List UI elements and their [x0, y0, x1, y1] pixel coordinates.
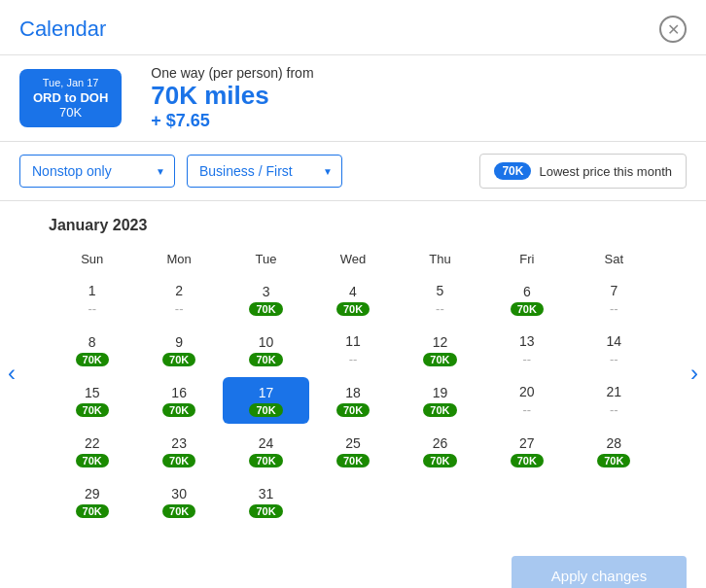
calendar-cell[interactable]: 3170K: [223, 478, 309, 525]
cell-date-number: 22: [85, 435, 100, 451]
calendar-cell[interactable]: 2--: [135, 276, 222, 323]
cell-date-number: 13: [519, 333, 535, 349]
calendar-cell[interactable]: 1870K: [309, 377, 396, 424]
calendar-body: 1--2--370K470K5--670K7--870K970K1070K11-…: [49, 276, 657, 525]
calendar-cell[interactable]: 2370K: [135, 428, 222, 474]
cell-price-badge: 70K: [511, 454, 544, 467]
cell-price-badge: 70K: [511, 302, 544, 316]
calendar-cell[interactable]: 20--: [483, 377, 570, 424]
cell-date-number: 8: [88, 334, 96, 350]
cell-date-number: 6: [523, 284, 531, 299]
close-icon: ✕: [667, 20, 680, 39]
calendar-cell[interactable]: 5--: [397, 276, 483, 323]
cell-date-number: 28: [606, 435, 621, 451]
cell-date-number: 9: [175, 334, 183, 350]
nonstop-select-wrapper: Nonstop only: [19, 155, 175, 188]
calendar-cell[interactable]: 2270K: [49, 428, 135, 474]
cell-dash: --: [349, 352, 358, 366]
cell-dash: --: [610, 352, 618, 366]
cell-price-badge: 70K: [76, 504, 109, 518]
cell-date-number: 21: [606, 384, 621, 399]
calendar-cell: [309, 478, 396, 525]
cell-date-number: 3: [263, 284, 270, 299]
cell-dash: --: [523, 352, 532, 366]
nonstop-select[interactable]: Nonstop only: [19, 155, 175, 188]
apply-bar: Apply changes: [0, 544, 706, 588]
calendar-cell[interactable]: 870K: [49, 327, 135, 373]
next-month-button[interactable]: ›: [683, 352, 706, 395]
calendar-cell[interactable]: 2570K: [309, 428, 396, 474]
page-title: Calendar: [19, 17, 106, 42]
cell-dash: --: [175, 301, 184, 316]
cell-price-badge: 70K: [162, 403, 195, 417]
calendar-cell[interactable]: 370K: [223, 276, 309, 323]
cell-price-badge: 70K: [423, 353, 456, 366]
calendar-week-1: 1--2--370K470K5--670K7--: [49, 276, 657, 323]
cell-date-number: 20: [519, 384, 535, 399]
calendar-cell[interactable]: 1070K: [223, 327, 309, 373]
calendar-week-2: 870K970K1070K11--1270K13--14--: [49, 327, 657, 373]
price-subtitle: One way (per person) from: [151, 65, 313, 81]
price-info: One way (per person) from 70K miles + $7…: [151, 65, 313, 131]
cabin-select[interactable]: Business / First: [187, 155, 342, 188]
calendar-week-3: 1570K1670K1770K1870K1970K20--21--: [49, 377, 657, 424]
cell-price-badge: 70K: [162, 454, 195, 467]
calendar-cell[interactable]: 2770K: [483, 428, 570, 474]
calendar-cell[interactable]: 1270K: [397, 327, 483, 373]
calendar-cell[interactable]: 13--: [483, 327, 570, 373]
calendar-cell[interactable]: 1970K: [397, 377, 483, 424]
cell-price-badge: 70K: [249, 353, 282, 366]
close-button[interactable]: ✕: [659, 16, 687, 43]
cell-date-number: 5: [437, 283, 444, 298]
calendar-cell: [397, 478, 483, 525]
calendar-cell: [571, 478, 657, 525]
cell-date-number: 1: [88, 283, 96, 298]
cell-price-badge: 70K: [423, 454, 456, 467]
day-header-sun: Sun: [49, 248, 135, 270]
cell-dash: --: [436, 301, 444, 316]
calendar-cell[interactable]: 2470K: [223, 428, 309, 474]
calendar-cell[interactable]: 1770K: [223, 377, 309, 424]
cell-price-badge: 70K: [249, 403, 282, 417]
cell-date-number: 2: [175, 283, 183, 298]
cabin-select-wrapper: Business / First: [187, 155, 342, 188]
day-header-wed: Wed: [309, 248, 396, 270]
calendar-cell[interactable]: 1670K: [135, 377, 222, 424]
cell-dash: --: [610, 301, 618, 316]
day-header-tue: Tue: [223, 248, 309, 270]
calendar-cell[interactable]: 11--: [309, 327, 396, 373]
calendar-cell[interactable]: 1570K: [49, 377, 135, 424]
calendar-cell[interactable]: 1--: [49, 276, 135, 323]
calendar-cell[interactable]: 7--: [571, 276, 657, 323]
header: Calendar ✕: [0, 0, 706, 55]
prev-month-button[interactable]: ‹: [0, 352, 23, 395]
cell-price-badge: 70K: [336, 454, 370, 467]
calendar-cell[interactable]: 21--: [571, 377, 657, 424]
cell-date-number: 16: [171, 385, 187, 400]
month-title: January 2023: [49, 217, 657, 234]
cell-date-number: 27: [519, 435, 535, 451]
filter-bar: Nonstop only Business / First 70K Lowest…: [0, 142, 706, 201]
selected-route: ORD to DOH: [33, 90, 108, 105]
cell-price-badge: 70K: [162, 353, 195, 366]
cell-date-number: 29: [85, 486, 100, 502]
cell-date-number: 19: [433, 385, 448, 400]
day-header-fri: Fri: [483, 248, 570, 270]
calendar-cell[interactable]: 970K: [135, 327, 222, 373]
cell-price-badge: 70K: [249, 302, 282, 316]
cell-date-number: 23: [171, 435, 187, 451]
calendar-cell[interactable]: 670K: [483, 276, 570, 323]
price-tax: + $7.65: [151, 111, 313, 131]
calendar-cell[interactable]: 2970K: [49, 478, 135, 525]
cell-price-badge: 70K: [76, 403, 109, 417]
lowest-price-text: Lowest price this month: [539, 164, 672, 179]
cell-date-number: 17: [259, 385, 274, 400]
apply-button[interactable]: Apply changes: [512, 556, 687, 588]
calendar-cell[interactable]: 2670K: [397, 428, 483, 474]
calendar-cell[interactable]: 2870K: [571, 428, 657, 474]
cell-price-badge: 70K: [76, 353, 109, 366]
price-bar: Tue, Jan 17 ORD to DOH 70K One way (per …: [0, 55, 706, 142]
calendar-cell[interactable]: 470K: [309, 276, 396, 323]
calendar-cell[interactable]: 14--: [571, 327, 657, 373]
calendar-cell[interactable]: 3070K: [135, 478, 222, 525]
